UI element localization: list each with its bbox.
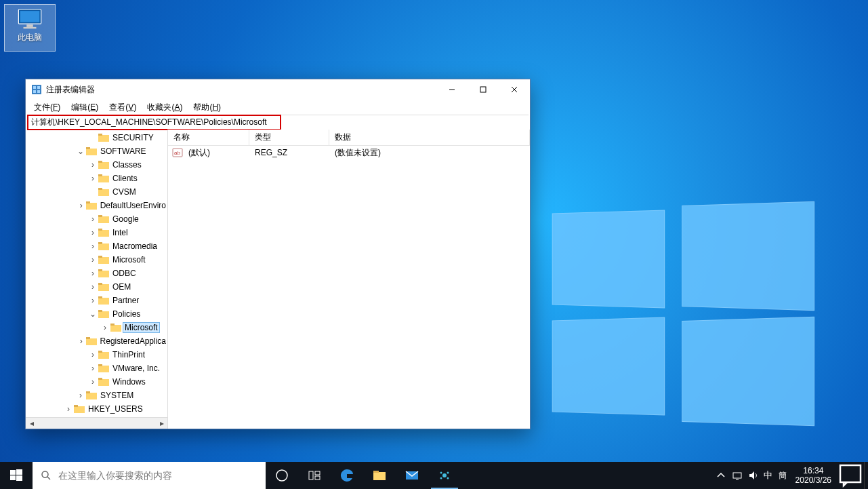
col-data[interactable]: 数据 [329,130,530,145]
titlebar[interactable]: 注册表编辑器 [26,79,530,100]
menu-favorites[interactable]: 收藏夹(A) [142,100,188,115]
tree-node[interactable]: ›Classes [26,158,167,172]
chevron-down-icon[interactable]: ⌄ [76,146,85,156]
minimize-button[interactable] [436,79,468,100]
svg-rect-29 [86,203,97,210]
folder-icon [98,187,109,197]
tree-node[interactable]: ›Microsoft [26,253,167,267]
address-bar [27,115,529,130]
chevron-right-icon[interactable]: › [88,282,98,292]
taskbar-search[interactable] [33,462,266,489]
tray-ime-indicator[interactable]: 中 [762,462,775,489]
cortana-icon[interactable] [266,462,298,489]
tree-node[interactable]: ›Google [26,212,167,226]
tree-node[interactable]: ›ThinPrint [26,348,167,361]
tree-node[interactable]: ›DefaultUserEnviro [26,199,167,212]
col-name[interactable]: 名称 [168,130,249,145]
chevron-right-icon[interactable]: › [88,296,98,305]
task-view-icon[interactable] [298,462,331,489]
scroll-left-icon[interactable]: ◂ [26,418,37,429]
tree-node[interactable]: ›RegisteredApplica [26,334,167,348]
menu-help[interactable]: 帮助(H) [188,100,226,115]
folder-icon [98,255,109,265]
tree-node[interactable]: ›Windows [26,375,167,389]
tree-node[interactable]: ›OEM [26,280,167,294]
tree-hscrollbar[interactable]: ◂ ▸ [26,417,167,429]
value-list[interactable]: 名称 类型 数据 ab (默认) REG_SZ (数值未设置) [168,130,530,429]
svg-point-93 [447,472,449,474]
chevron-right-icon[interactable]: › [76,391,85,400]
tree-node[interactable]: CVSM [26,185,167,199]
tree-node[interactable]: ⌄Policies [26,307,167,321]
tray-network-icon[interactable] [729,462,745,489]
tray-ime-mode[interactable]: 簡 [775,462,790,489]
chevron-right-icon[interactable]: › [88,255,98,265]
tree-node-label: SECURITY [111,133,155,142]
menu-file[interactable]: 文件(F) [28,100,66,115]
chevron-right-icon[interactable]: › [88,269,98,278]
start-button[interactable] [0,462,33,489]
chevron-right-icon[interactable]: › [88,228,98,237]
file-explorer-icon[interactable] [363,462,396,489]
folder-icon [74,404,85,414]
svg-point-84 [276,470,287,481]
chevron-right-icon[interactable]: › [64,404,73,414]
chevron-right-icon[interactable]: › [88,364,98,373]
tree-node[interactable]: ›VMware, Inc. [26,361,167,375]
tray-volume-icon[interactable] [745,462,762,489]
svg-rect-53 [98,311,109,318]
svg-rect-72 [86,391,90,393]
tree-node[interactable]: ›SYSTEM [26,389,167,402]
tree-node[interactable]: ›Clients [26,172,167,185]
action-center-icon[interactable] [837,462,864,489]
svg-rect-15 [98,134,102,136]
chevron-right-icon[interactable]: › [88,174,98,183]
tree-node[interactable]: ⌄SOFTWARE [26,144,167,158]
tree-node-label: OEM [111,282,132,292]
tree-node[interactable]: ›HKEY_USERS [26,402,167,416]
chevron-right-icon[interactable]: › [77,336,85,346]
clock-date: 2020/3/26 [795,475,831,485]
menu-edit[interactable]: 编辑(E) [66,100,104,115]
chevron-right-icon[interactable]: › [88,377,98,387]
chevron-right-icon[interactable]: › [88,214,98,224]
value-row[interactable]: ab (默认) REG_SZ (数值未设置) [168,146,530,159]
tree-node[interactable]: ›Microsoft [26,321,167,334]
tree-node[interactable]: ›Partner [26,294,167,307]
tree-node[interactable]: ›Macromedia [26,239,167,253]
mail-icon[interactable] [396,462,428,489]
chevron-right-icon[interactable]: › [88,160,98,170]
tree-node[interactable]: SECURITY [26,131,167,144]
tree-node-label: DefaultUserEnviro [99,201,167,210]
svg-rect-42 [98,256,102,258]
tree-node[interactable]: ›Intel [26,226,167,239]
edge-icon[interactable] [331,462,363,489]
chevron-right-icon[interactable]: › [77,201,85,210]
tree-node-label: Intel [111,228,129,237]
taskbar-search-input[interactable] [58,462,257,489]
chevron-right-icon[interactable]: › [88,350,98,359]
desktop-icon-this-pc[interactable]: 此电脑 [4,4,56,52]
chevron-right-icon[interactable]: › [88,241,98,251]
chevron-right-icon[interactable]: › [100,323,110,332]
close-button[interactable] [499,79,530,100]
maximize-button[interactable] [468,79,499,100]
tree-node[interactable]: ›ODBC [26,267,167,280]
folder-icon [98,228,109,237]
menu-view[interactable]: 查看(V) [104,100,142,115]
svg-rect-21 [98,161,102,163]
running-app-icon[interactable] [428,462,461,489]
folder-icon [110,323,121,332]
tray-clock[interactable]: 16:34 2020/3/26 [790,466,837,486]
wallpaper-winlogo [549,203,813,414]
svg-rect-74 [74,406,85,413]
col-type[interactable]: 类型 [249,130,329,145]
show-desktop-button[interactable] [864,462,868,489]
address-input[interactable] [27,116,529,130]
tray-overflow-icon[interactable] [713,462,729,489]
key-tree[interactable]: SECURITY⌄SOFTWARE›Classes›ClientsCVSM›De… [26,130,168,429]
folder-icon [98,282,109,292]
chevron-down-icon[interactable]: ⌄ [88,309,98,319]
svg-point-92 [440,472,442,474]
scroll-right-icon[interactable]: ▸ [156,418,167,429]
